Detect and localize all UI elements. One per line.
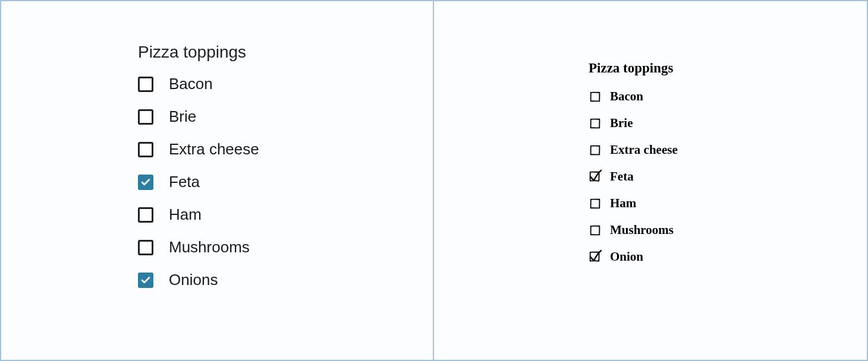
checkbox-icon: [138, 207, 153, 223]
comparison-container: Pizza toppings Bacon Brie Extra cheese: [0, 0, 868, 361]
checkbox-group-sketch: Pizza toppings Bacon Brie Extra cheese F…: [589, 61, 678, 276]
checkbox-item-brie[interactable]: Brie: [138, 107, 259, 126]
checkbox-label: Feta: [169, 173, 200, 191]
checkbox-label: Ham: [610, 196, 636, 211]
checkbox-label: Onions: [169, 271, 218, 289]
checkbox-icon: [589, 197, 602, 210]
checkbox-item-onion[interactable]: Onion: [589, 249, 678, 264]
checkbox-label: Brie: [169, 107, 196, 126]
checkbox-icon: [138, 142, 153, 157]
checkbox-label: Mushrooms: [169, 238, 250, 256]
checkbox-icon: [589, 90, 602, 103]
checkbox-item-bacon[interactable]: Bacon: [138, 75, 259, 93]
checkbox-item-ham[interactable]: Ham: [589, 196, 678, 211]
panel-material: Pizza toppings Bacon Brie Extra cheese: [1, 1, 434, 360]
checkbox-item-extra-cheese[interactable]: Extra cheese: [589, 142, 678, 157]
checkbox-label: Extra cheese: [610, 142, 678, 157]
checkbox-label: Bacon: [169, 75, 213, 93]
checkbox-icon: [138, 240, 153, 255]
checkbox-label: Mushrooms: [610, 223, 674, 238]
checkbox-item-feta[interactable]: Feta: [138, 173, 259, 191]
group-title: Pizza toppings: [589, 61, 678, 76]
checkbox-label: Ham: [169, 205, 202, 224]
checkbox-item-onions[interactable]: Onions: [138, 271, 259, 289]
checkbox-icon: [589, 117, 602, 130]
checkbox-icon: [589, 170, 602, 183]
checkbox-label: Onion: [610, 249, 643, 264]
checkbox-label: Brie: [610, 116, 633, 131]
checkbox-label: Feta: [610, 169, 634, 184]
checkbox-icon: [589, 251, 602, 264]
checkbox-icon: [589, 224, 602, 237]
checkbox-label: Extra cheese: [169, 140, 259, 159]
checkmark-icon: [140, 177, 151, 188]
checkbox-item-ham[interactable]: Ham: [138, 205, 259, 224]
checkmark-icon: [140, 275, 151, 286]
checkbox-item-bacon[interactable]: Bacon: [589, 89, 678, 104]
checkbox-group-material: Pizza toppings Bacon Brie Extra cheese: [138, 43, 259, 303]
checkbox-item-brie[interactable]: Brie: [589, 116, 678, 131]
checkbox-icon: [138, 109, 153, 125]
checkbox-item-mushrooms[interactable]: Mushrooms: [138, 238, 259, 256]
group-title: Pizza toppings: [138, 43, 259, 62]
checkbox-item-mushrooms[interactable]: Mushrooms: [589, 223, 678, 238]
checkbox-item-extra-cheese[interactable]: Extra cheese: [138, 140, 259, 159]
checkbox-item-feta[interactable]: Feta: [589, 169, 678, 184]
checkbox-icon: [138, 273, 153, 288]
checkbox-icon: [589, 144, 602, 157]
checkbox-icon: [138, 77, 153, 92]
checkbox-icon: [138, 175, 153, 190]
panel-sketch: Pizza toppings Bacon Brie Extra cheese F…: [434, 1, 867, 360]
checkbox-label: Bacon: [610, 89, 643, 104]
